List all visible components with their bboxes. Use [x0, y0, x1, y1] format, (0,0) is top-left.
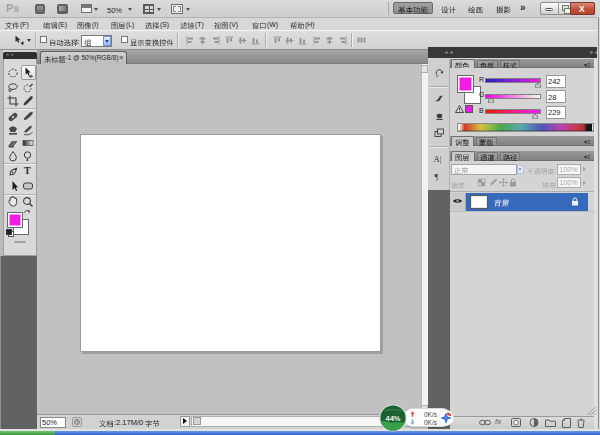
svg-text:44%: 44%	[385, 414, 400, 423]
